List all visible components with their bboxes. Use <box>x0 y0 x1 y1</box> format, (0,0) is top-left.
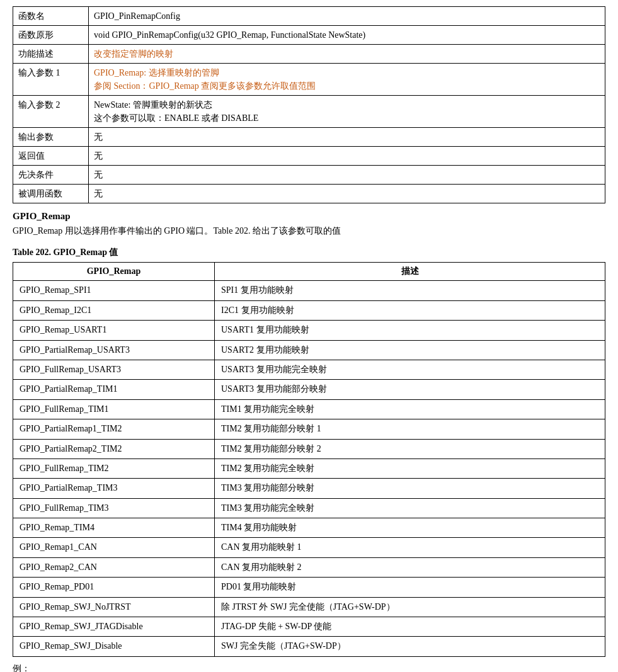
remap-row-name: GPIO_Remap2_CAN <box>13 557 215 577</box>
remap-table-title: Table 202. GPIO_Remap 值 <box>13 247 605 258</box>
remap-row-desc: TIM1 复用功能完全映射 <box>215 399 605 419</box>
section-heading: GPIO_Remap <box>13 211 605 222</box>
remap-row-name: GPIO_Remap_I2C1 <box>13 300 215 320</box>
func-row-value: 无 <box>89 185 605 203</box>
remap-row-name: GPIO_Remap_TIM4 <box>13 518 215 538</box>
remap-row-name: GPIO_Remap_SPI1 <box>13 281 215 300</box>
func-row-label: 函数原形 <box>13 26 89 45</box>
func-row-label: 输入参数 2 <box>13 96 89 128</box>
remap-row-desc: USART1 复用功能映射 <box>215 321 605 340</box>
func-row-label: 先决条件 <box>13 166 89 185</box>
func-row-value: 改变指定管脚的映射 <box>89 45 605 64</box>
remap-row-desc: TIM2 复用功能完全映射 <box>215 458 605 478</box>
remap-row-name: GPIO_PartialRemap1_TIM2 <box>13 419 215 439</box>
remap-row-desc: USART2 复用功能映射 <box>215 340 605 360</box>
remap-row-name: GPIO_FullRemap_TIM2 <box>13 458 215 478</box>
remap-row-desc: I2C1 复用功能映射 <box>215 300 605 320</box>
func-row-value: void GPIO_PinRemapConfig(u32 GPIO_Remap,… <box>89 26 605 45</box>
remap-table: GPIO_Remap 描述 GPIO_Remap_SPI1SPI1 复用功能映射… <box>13 262 605 656</box>
remap-row-desc: SPI1 复用功能映射 <box>215 281 605 300</box>
remap-row-desc: TIM3 复用功能完全映射 <box>215 498 605 518</box>
remap-row-name: GPIO_PartialRemap_USART3 <box>13 340 215 360</box>
remap-col2-header: 描述 <box>215 263 605 281</box>
func-row-value: 无 <box>89 128 605 147</box>
remap-row-name: GPIO_Remap_USART1 <box>13 321 215 340</box>
remap-row-desc: PD01 复用功能映射 <box>215 578 605 597</box>
func-row-label: 函数名 <box>13 7 89 26</box>
remap-row-name: GPIO_PartialRemap2_TIM2 <box>13 439 215 458</box>
section-desc: GPIO_Remap 用以选择用作事件输出的 GPIO 端口。Table 202… <box>13 224 605 238</box>
func-row-value: GPIO_Remap: 选择重映射的管脚参阅 Section：GPIO_Rema… <box>89 64 605 96</box>
remap-row-desc: SWJ 完全失能（JTAG+SW-DP） <box>215 637 605 656</box>
remap-row-name: GPIO_Remap_PD01 <box>13 578 215 597</box>
remap-row-name: GPIO_Remap_SWJ_NoJTRST <box>13 597 215 617</box>
func-row-value: NewState: 管脚重映射的新状态这个参数可以取：ENABLE 或者 DIS… <box>89 96 605 128</box>
function-info-table: 函数名GPIO_PinRemapConfig函数原形void GPIO_PinR… <box>13 6 605 203</box>
func-row-value: GPIO_PinRemapConfig <box>89 7 605 26</box>
example-label: 例： <box>13 663 605 672</box>
remap-row-desc: JTAG-DP 失能 + SW-DP 使能 <box>215 617 605 637</box>
func-row-label: 功能描述 <box>13 45 89 64</box>
remap-row-desc: USART3 复用功能完全映射 <box>215 360 605 379</box>
remap-row-name: GPIO_PartialRemap_TIM1 <box>13 380 215 399</box>
remap-row-desc: TIM2 复用功能部分映射 1 <box>215 419 605 439</box>
remap-row-name: GPIO_Remap1_CAN <box>13 538 215 557</box>
func-row-label: 输入参数 1 <box>13 64 89 96</box>
remap-row-name: GPIO_Remap_SWJ_JTAGDisable <box>13 617 215 637</box>
remap-row-desc: CAN 复用功能映射 2 <box>215 557 605 577</box>
remap-row-desc: USART3 复用功能部分映射 <box>215 380 605 399</box>
func-row-value: 无 <box>89 166 605 185</box>
remap-row-name: GPIO_FullRemap_USART3 <box>13 360 215 379</box>
remap-row-desc: 除 JTRST 外 SWJ 完全使能（JTAG+SW-DP） <box>215 597 605 617</box>
func-row-label: 返回值 <box>13 147 89 166</box>
remap-col1-header: GPIO_Remap <box>13 263 215 281</box>
remap-row-name: GPIO_Remap_SWJ_Disable <box>13 637 215 656</box>
remap-row-desc: TIM4 复用功能映射 <box>215 518 605 538</box>
remap-row-name: GPIO_FullRemap_TIM3 <box>13 498 215 518</box>
func-row-value: 无 <box>89 147 605 166</box>
remap-row-desc: TIM2 复用功能部分映射 2 <box>215 439 605 458</box>
remap-row-desc: CAN 复用功能映射 1 <box>215 538 605 557</box>
func-row-label: 输出参数 <box>13 128 89 147</box>
remap-row-desc: TIM3 复用功能部分映射 <box>215 479 605 498</box>
remap-row-name: GPIO_FullRemap_TIM1 <box>13 399 215 419</box>
remap-row-name: GPIO_PartialRemap_TIM3 <box>13 479 215 498</box>
func-row-label: 被调用函数 <box>13 185 89 203</box>
